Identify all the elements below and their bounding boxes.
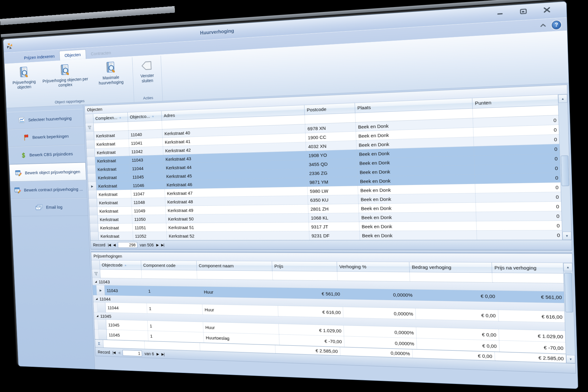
column-header-label: Bedrag verhoging: [412, 264, 451, 270]
price-column-header-prijs-na-verhoging[interactable]: Prijs na verhoging: [492, 262, 564, 273]
collapse-ribbon-icon[interactable]: [539, 23, 547, 29]
summary-empty-cell: [103, 340, 145, 349]
nav-position-input[interactable]: 1: [123, 350, 142, 356]
group-expanded-icon[interactable]: ◢: [96, 297, 98, 300]
cell-adres: Kerkstraat 52: [167, 231, 310, 240]
price-column-header-bedrag-verhoging[interactable]: Bedrag verhoging: [409, 262, 492, 273]
objects-grid-rows: Kerkstraat11040Kerkstraat 406978 XNBeek …: [86, 115, 571, 240]
ribbon-button-venster-sluiten[interactable]: Venster sluiten: [134, 58, 161, 85]
objects-column-header-objectco[interactable]: Objectco...▲: [128, 111, 162, 122]
nav-position-input[interactable]: 298: [118, 242, 137, 248]
cell-complex: Kerkstraat: [96, 181, 131, 190]
price-filter-cell[interactable]: [492, 273, 564, 283]
app-logo-icon: [7, 43, 13, 50]
window-title: Huurverhoging: [200, 28, 234, 36]
objects-navigator-label: Record: [93, 243, 105, 247]
table-row[interactable]: Kerkstraat11052Kerkstraat 529231 DFBeek …: [90, 230, 572, 240]
nav-first-button[interactable]: |◀: [108, 243, 111, 247]
group-row-label: 11045: [100, 313, 111, 318]
cell-complex: Kerkstraat: [97, 198, 132, 207]
column-header-label: Prijs na verhoging: [494, 265, 537, 271]
cell-punten: 0: [477, 230, 563, 240]
cell-objectcode: 11051: [133, 223, 167, 232]
notebook-magnifier-icon: [104, 61, 117, 74]
notebook-magnifier-icon: [59, 64, 71, 77]
content-area: Objecten Complexn...▲Objectco...▲AdresPo…: [83, 83, 578, 389]
sidebar-item-bewerk-object-prijsverhogingen[interactable]: Bewerk object prijsverhogingen: [9, 162, 86, 182]
row-indicator: [89, 190, 97, 199]
row-indicator: [98, 330, 107, 340]
row-indicator: [86, 140, 95, 149]
ribbon-button-prijsverhoging-objecten-per-complex[interactable]: Prijsverhoging objecten per complex: [40, 62, 91, 90]
objects-column-header-complexn[interactable]: Complexn...▲: [93, 112, 128, 123]
scroll-up-button[interactable]: ▲: [563, 263, 572, 271]
sidebar-item-label: Bewerk CBS prijsindices: [29, 151, 73, 157]
column-header-label: Verhoging %: [339, 264, 367, 270]
ribbon-button-maximale-huurverhoging[interactable]: Maximale huurverhoging: [89, 59, 132, 87]
scroll-up-button[interactable]: ▲: [558, 94, 567, 103]
price-filter-cell[interactable]: [410, 272, 492, 283]
price-navigator-count: van 6: [144, 351, 154, 356]
row-indicator: [88, 174, 96, 182]
price-navigator-label: Record: [98, 349, 110, 354]
tab-objecten[interactable]: Objecten: [59, 49, 86, 60]
nav-prev-button[interactable]: ◀: [118, 350, 120, 354]
price-filter-cell[interactable]: [337, 272, 410, 282]
cell-prijs_na_verhoging: € 1.029,00: [499, 329, 566, 342]
objects-filter-cell[interactable]: [94, 122, 129, 132]
group-expanded-icon[interactable]: ◢: [96, 314, 99, 317]
objects-record-navigator: Record|◀◀298van 506▶▶|: [91, 240, 572, 250]
cell-postcode: 9231 DF: [309, 231, 360, 240]
sort-ascending-icon: ▲: [119, 116, 121, 119]
sidebar-item-email-log[interactable]: Email log: [11, 198, 88, 216]
cell-verhoging_pct: 0,0000%: [344, 336, 417, 349]
row-indicator: [87, 165, 96, 174]
price-column-header-verhoging[interactable]: Verhoging %: [337, 262, 410, 272]
objects-panel: Objecten Complexn...▲Objectco...▲AdresPo…: [85, 85, 572, 250]
cell-prijs: € 561,00: [277, 288, 343, 299]
scroll-down-button[interactable]: ▼: [562, 232, 571, 240]
cell-component_naam: Huur: [202, 304, 278, 316]
price-filter-cell[interactable]: [100, 270, 142, 279]
scroll-thumb[interactable]: [561, 156, 569, 186]
group-expanded-icon[interactable]: ◢: [95, 280, 97, 283]
help-icon[interactable]: ?: [552, 21, 561, 30]
price-filter-cell[interactable]: [141, 270, 197, 279]
row-indicator: [98, 319, 107, 330]
nav-next-button[interactable]: ▶: [156, 352, 159, 356]
price-filter-cell[interactable]: [272, 271, 337, 281]
sidebar-item-bewerk-beperkingen[interactable]: Bewerk beperkingen: [8, 127, 85, 147]
price-column-header-prijs[interactable]: Prijs: [272, 261, 337, 271]
cell-punten: 0: [475, 173, 561, 184]
nav-last-button[interactable]: ▶|: [161, 352, 164, 356]
nav-next-button[interactable]: ▶: [156, 243, 159, 247]
price-column-header-objectcode[interactable]: Objectcode▲: [100, 260, 141, 270]
row-indicator: [87, 157, 96, 165]
nav-prev-button[interactable]: ◀: [113, 243, 115, 247]
price-filter-cell[interactable]: [197, 270, 273, 280]
scroll-thumb[interactable]: [564, 273, 573, 312]
cell-objectcode: 11045: [107, 330, 149, 341]
sidebar-item-bewerk-cbs-prijsindices[interactable]: $Bewerk CBS prijsindices: [8, 145, 85, 164]
price-increases-panel: Prijsverhogingen Objectcode▲Component co…: [91, 252, 576, 374]
nav-first-button[interactable]: |◀: [112, 350, 115, 354]
focused-row-icon: ▶: [91, 184, 93, 187]
window-scene: Huurverhoging Prijzen indexerenObjectenC…: [3, 1, 578, 389]
sidebar-item-bewerk-contract-prijsverhoging[interactable]: Bewerk contract prijsverhoging ...: [10, 180, 87, 199]
ribbon-button-prijsverhoging-objecten[interactable]: Prijsverhoging objecten: [7, 65, 41, 92]
cell-punten: 0: [476, 202, 562, 212]
maximize-icon[interactable]: [518, 8, 528, 15]
sidebar-item-selecteer-huurverhoging[interactable]: Selecteer huurverhoging: [7, 109, 84, 130]
close-icon[interactable]: [542, 6, 552, 13]
row-indicator: [86, 132, 94, 140]
price-column-header-component-naam[interactable]: Component naam: [197, 261, 273, 271]
minimize-icon[interactable]: [495, 9, 505, 17]
flag-icon: [23, 134, 30, 141]
price-column-header-component-code[interactable]: Component code: [141, 261, 197, 270]
row-indicator: [90, 224, 99, 232]
nav-last-button[interactable]: ▶|: [161, 243, 164, 247]
cell-postcode: 1068 KL: [308, 213, 359, 223]
scroll-down-button[interactable]: ▼: [566, 355, 575, 364]
cell-complex: Kerkstraat: [96, 164, 130, 174]
objects-filter-cell[interactable]: [128, 121, 162, 131]
